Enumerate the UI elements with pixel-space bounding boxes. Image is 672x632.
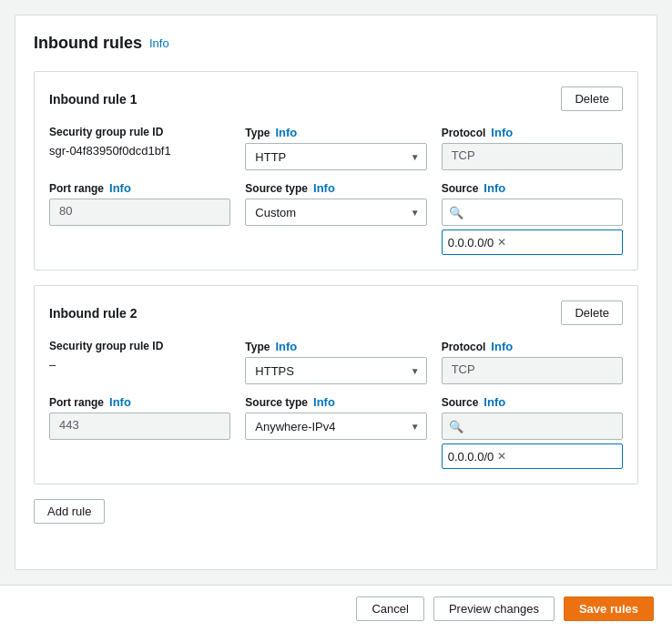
rule-1-source-type-group: Source type Info Custom Anywhere-IPv4 An… [245,181,426,255]
rule-1-section: Inbound rule 1 Delete Security group rul… [34,71,638,270]
rule-1-source-search-input[interactable] [442,199,623,226]
footer-bar: Cancel Preview changes Save rules [0,585,672,632]
rule-1-source-info-link[interactable]: Info [484,181,505,195]
rule-2-port-range-info-link[interactable]: Info [109,395,131,409]
rule-2-source-type-info-link[interactable]: Info [313,395,335,409]
rule-1-source-type-info-link[interactable]: Info [313,181,335,195]
rule-1-source-tag-remove-button[interactable]: ✕ [497,237,506,248]
rule-1-source-group: Source Info 🔍 0.0.0.0/0 ✕ [442,181,623,255]
rule-1-protocol-info-link[interactable]: Info [491,126,513,139]
rule-1-source-label: Source Info [442,181,623,195]
rule-2-source-type-select[interactable]: Custom Anywhere-IPv4 Anywhere-IPv6 My IP [245,413,426,440]
cancel-button[interactable]: Cancel [356,596,423,621]
rule-2-type-group: Type Info HTTP HTTPS SSH Custom TCP All … [245,340,426,384]
rule-2-sg-rule-id-value: – [49,356,230,373]
rule-2-section: Inbound rule 2 Delete Security group rul… [34,285,638,484]
rule-1-type-select-wrapper: HTTP HTTPS SSH Custom TCP All traffic ▼ [245,143,426,170]
rule-2-source-group: Source Info 🔍 0.0.0.0/0 ✕ [442,395,623,469]
rule-2-source-search-input[interactable] [442,413,623,440]
rule-1-sg-rule-id-group: Security group rule ID sgr-04f83950f0dcd… [49,126,230,170]
rule-2-title: Inbound rule 2 [49,306,137,321]
rule-2-port-range-label: Port range Info [49,395,230,409]
page-info-link[interactable]: Info [149,36,169,50]
rule-1-protocol-group: Protocol Info TCP [442,126,623,170]
rule-2-port-range-value: 443 [49,413,230,440]
rule-2-source-tag: 0.0.0.0/0 ✕ [448,450,507,464]
rule-1-source-type-select-wrapper: Custom Anywhere-IPv4 Anywhere-IPv6 My IP… [245,199,426,226]
main-panel: Inbound rules Info Inbound rule 1 Delete… [15,15,657,570]
rule-2-source-type-label: Source type Info [245,395,426,409]
rule-1-sg-rule-id-value: sgr-04f83950f0dcd1bf1 [49,142,230,159]
rule-2-protocol-label: Protocol Info [442,340,623,353]
rule-2-protocol-group: Protocol Info TCP [442,340,623,384]
rule-2-type-select-wrapper: HTTP HTTPS SSH Custom TCP All traffic ▼ [245,357,426,384]
rule-2-source-search-wrapper: 🔍 [442,413,623,440]
rule-1-type-label: Type Info [245,126,426,139]
rule-1-sg-rule-id-label: Security group rule ID [49,126,230,138]
preview-changes-button[interactable]: Preview changes [433,596,555,621]
rule-2-source-label: Source Info [442,395,623,409]
rule-2-port-range-group: Port range Info 443 [49,395,230,469]
rule-1-source-type-label: Source type Info [245,181,426,195]
rule-2-source-tag-remove-button[interactable]: ✕ [497,451,506,462]
rule-1-fields: Security group rule ID sgr-04f83950f0dcd… [49,126,623,255]
rule-1-title: Inbound rule 1 [49,92,137,107]
rule-2-sg-rule-id-label: Security group rule ID [49,340,230,352]
rule-1-port-range-info-link[interactable]: Info [109,181,131,195]
rule-1-port-range-value: 80 [49,199,230,226]
rule-2-protocol-value: TCP [442,357,623,384]
rule-1-type-select[interactable]: HTTP HTTPS SSH Custom TCP All traffic [245,143,426,170]
save-rules-button[interactable]: Save rules [564,596,654,621]
rule-2-header: Inbound rule 2 Delete [49,301,623,325]
rule-2-sg-rule-id-group: Security group rule ID – [49,340,230,384]
rule-1-port-range-label: Port range Info [49,181,230,195]
rule-1-port-range-group: Port range Info 80 [49,181,230,255]
rule-1-source-search-wrapper: 🔍 [442,199,623,226]
rule-2-source-type-select-wrapper: Custom Anywhere-IPv4 Anywhere-IPv6 My IP… [245,413,426,440]
rule-2-delete-button[interactable]: Delete [561,301,623,325]
rule-2-type-label: Type Info [245,340,426,353]
rule-1-type-info-link[interactable]: Info [275,126,297,139]
rule-1-type-group: Type Info HTTP HTTPS SSH Custom TCP All … [245,126,426,170]
rule-2-source-type-group: Source type Info Custom Anywhere-IPv4 An… [245,395,426,469]
rule-2-source-tag-value: 0.0.0.0/0 [448,450,494,464]
rule-2-fields: Security group rule ID – Type Info HTTP … [49,340,623,469]
page-title: Inbound rules [34,34,142,53]
rule-1-source-tag-container: 0.0.0.0/0 ✕ [442,229,623,255]
rule-1-delete-button[interactable]: Delete [561,87,623,111]
page-wrapper: Inbound rules Info Inbound rule 1 Delete… [0,0,672,632]
rule-2-source-info-link[interactable]: Info [484,395,505,409]
rule-2-source-tag-container: 0.0.0.0/0 ✕ [442,443,623,469]
rule-1-source-tag: 0.0.0.0/0 ✕ [448,236,507,250]
rule-2-type-select[interactable]: HTTP HTTPS SSH Custom TCP All traffic [245,357,426,384]
rule-1-header: Inbound rule 1 Delete [49,87,623,111]
rule-2-protocol-info-link[interactable]: Info [491,340,513,353]
rule-1-protocol-value: TCP [442,143,623,170]
panel-header: Inbound rules Info [34,34,638,53]
rule-1-source-tag-value: 0.0.0.0/0 [448,236,494,250]
rule-2-type-info-link[interactable]: Info [275,340,297,353]
add-rule-button[interactable]: Add rule [34,499,105,524]
rule-1-protocol-label: Protocol Info [442,126,623,139]
rule-1-source-type-select[interactable]: Custom Anywhere-IPv4 Anywhere-IPv6 My IP [245,199,426,226]
